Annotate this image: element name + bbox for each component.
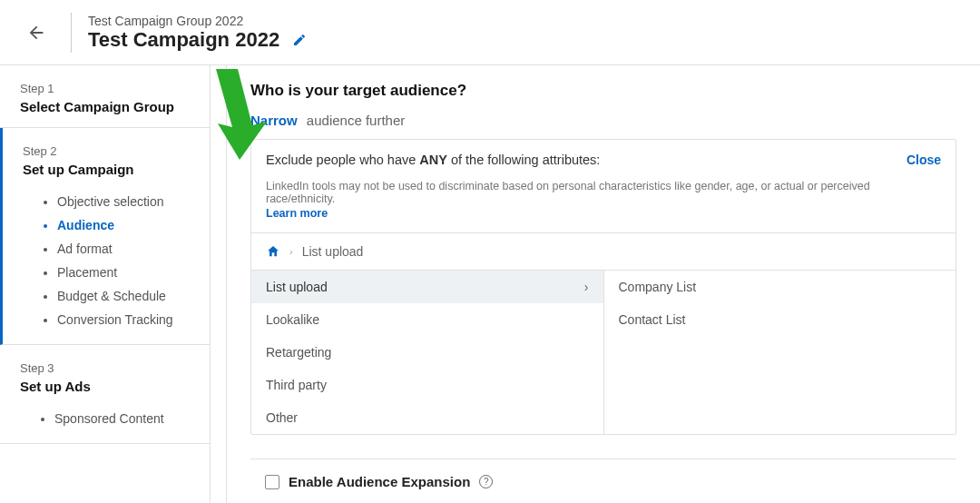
option-company-list[interactable]: Company List <box>604 271 956 303</box>
annotation-arrow <box>198 69 270 160</box>
sidebar-item-sponsored[interactable]: Sponsored Content <box>54 407 190 430</box>
narrow-row: Narrow audience further <box>250 113 956 128</box>
option-third-party[interactable]: Third party <box>251 369 603 401</box>
step-title: Set up Campaign <box>23 162 190 177</box>
step-label: Step 2 <box>23 144 190 158</box>
campaign-name: Test Campaign 2022 <box>88 28 279 52</box>
sidebar-item-objective[interactable]: Objective selection <box>57 190 190 213</box>
help-icon[interactable]: ? <box>479 475 493 488</box>
sidebar-item-budget[interactable]: Budget & Schedule <box>57 284 190 308</box>
step-title: Select Campaign Group <box>20 99 190 114</box>
arrow-left-icon <box>26 23 46 43</box>
main-content: Who is your target audience? Narrow audi… <box>227 65 980 503</box>
expansion-row: Enable Audience Expansion ? <box>250 459 956 489</box>
expansion-checkbox[interactable] <box>265 475 279 489</box>
close-button[interactable]: Close <box>906 153 941 167</box>
step-1-block[interactable]: Step 1 Select Campaign Group <box>0 65 210 128</box>
back-button[interactable] <box>18 15 54 51</box>
option-lookalike[interactable]: Lookalike <box>251 303 603 336</box>
sidebar-item-audience[interactable]: Audience <box>57 213 190 237</box>
step-label: Step 3 <box>20 361 190 375</box>
step-title: Set up Ads <box>20 379 190 394</box>
sidebar-item-ad-format[interactable]: Ad format <box>57 237 190 261</box>
step-3-block[interactable]: Step 3 Set up Ads Sponsored Content <box>0 345 210 444</box>
home-icon[interactable] <box>266 244 280 259</box>
category-list: List upload › Lookalike Retargeting Thir… <box>251 271 604 434</box>
exclude-heading: Exclude people who have ANY of the follo… <box>266 153 600 167</box>
breadcrumb: › List upload <box>251 232 956 270</box>
chevron-right-icon: › <box>584 280 589 294</box>
breadcrumb-item: List upload <box>302 244 364 259</box>
pencil-icon[interactable] <box>292 33 307 47</box>
divider <box>71 13 72 53</box>
option-other[interactable]: Other <box>251 401 603 434</box>
chevron-right-icon: › <box>289 246 293 257</box>
option-contact-list[interactable]: Contact List <box>604 303 956 336</box>
learn-more-link[interactable]: Learn more <box>266 207 941 220</box>
app-header: Test Campaign Group 2022 Test Campaign 2… <box>0 0 980 65</box>
section-heading: Who is your target audience? <box>250 82 956 100</box>
sidebar-item-conversion[interactable]: Conversion Tracking <box>57 308 190 331</box>
narrow-text: audience further <box>307 113 405 128</box>
exclude-panel: Exclude people who have ANY of the follo… <box>250 139 956 435</box>
disclaimer-text: LinkedIn tools may not be used to discri… <box>251 171 956 232</box>
subcategory-list: Company List Contact List <box>604 271 956 434</box>
option-list-upload[interactable]: List upload › <box>251 271 603 303</box>
campaign-group-name: Test Campaign Group 2022 <box>88 14 307 28</box>
option-retargeting[interactable]: Retargeting <box>251 336 603 369</box>
step-label: Step 1 <box>20 82 190 95</box>
sidebar-item-placement[interactable]: Placement <box>57 261 190 284</box>
step-2-block: Step 2 Set up Campaign Objective selecti… <box>0 128 210 345</box>
expansion-label: Enable Audience Expansion <box>289 474 470 489</box>
header-titles: Test Campaign Group 2022 Test Campaign 2… <box>88 14 307 52</box>
sidebar: Step 1 Select Campaign Group Step 2 Set … <box>0 65 211 503</box>
